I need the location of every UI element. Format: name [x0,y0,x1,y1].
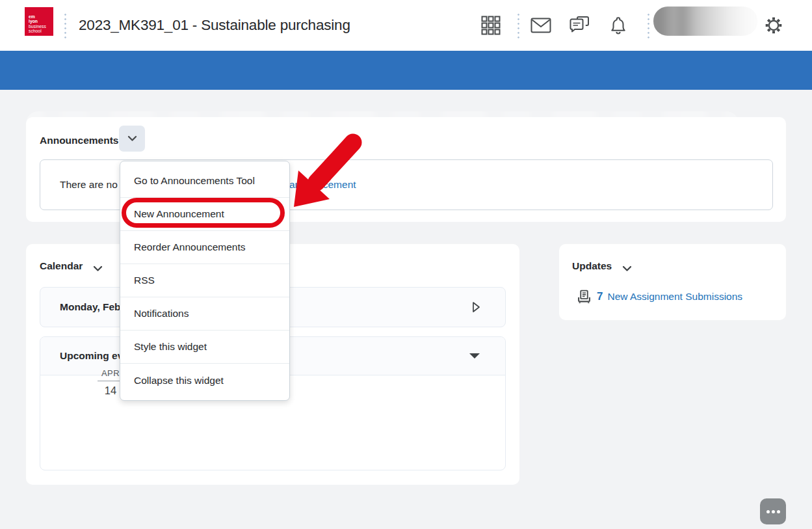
menu-item-reorder-announcements[interactable]: Reorder Announcements [120,231,289,264]
updates-widget: Updates 7 New Assignment Submissions [559,244,786,320]
menu-item-go-to-announcements-tool[interactable]: Go to Announcements Tool [120,165,289,198]
calendar-title: Calendar [40,260,83,272]
menu-item-notifications[interactable]: Notifications [120,297,289,331]
triangle-down-icon [469,353,480,359]
assignment-icon [577,290,591,303]
calendar-menu-button[interactable] [93,263,103,275]
announcements-title: Announcements [40,135,118,146]
app-grid-icon[interactable] [481,0,501,51]
calendar-date-label: Monday, Feb [60,288,121,327]
menu-item-new-announcement[interactable]: New Announcement [120,198,289,231]
logo-line: lyon [29,19,53,23]
new-submissions-row[interactable]: 7 New Assignment Submissions [577,290,742,303]
new-assignment-submissions-link[interactable]: New Assignment Submissions [607,291,742,303]
logo-line: school [29,29,53,33]
logo-line: em [29,14,53,19]
updates-title: Updates [572,260,612,272]
mail-icon[interactable] [530,0,551,51]
announcements-menu-button[interactable] [119,126,145,152]
chevron-down-icon [127,135,137,142]
ellipsis-icon [766,510,770,513]
course-title: 2023_MK391_01 - Sustainable purchasing [79,0,350,51]
menu-item-style-this-widget[interactable]: Style this widget [120,331,289,364]
alerts-bell-icon[interactable] [609,0,628,51]
chevron-down-icon [93,265,103,272]
chat-icon[interactable] [569,0,590,51]
header-divider [648,12,649,38]
settings-gear-icon[interactable] [764,0,783,51]
course-navbar [0,51,812,90]
header-divider [64,12,66,38]
updates-menu-button[interactable] [622,263,632,275]
chevron-down-icon [622,265,632,272]
menu-item-collapse-this-widget[interactable]: Collapse this widget [120,364,289,397]
upcoming-collapse-button[interactable] [469,337,480,375]
logo-line: business [29,24,53,29]
emlyon-logo[interactable]: em lyon business school [25,7,53,36]
submissions-count: 7 [597,290,603,303]
calendar-next-day-button[interactable] [472,288,480,327]
top-header: em lyon business school 2023_MK391_01 - … [0,0,812,51]
user-menu-blurred[interactable] [653,7,757,36]
more-options-fab[interactable] [760,498,786,524]
menu-item-rss[interactable]: RSS [120,264,289,297]
course-homepage: em lyon business school 2023_MK391_01 - … [0,0,812,529]
header-divider [517,12,519,38]
triangle-right-icon [472,301,480,313]
announcements-dropdown-menu: Go to Announcements Tool New Announcemen… [120,161,290,401]
